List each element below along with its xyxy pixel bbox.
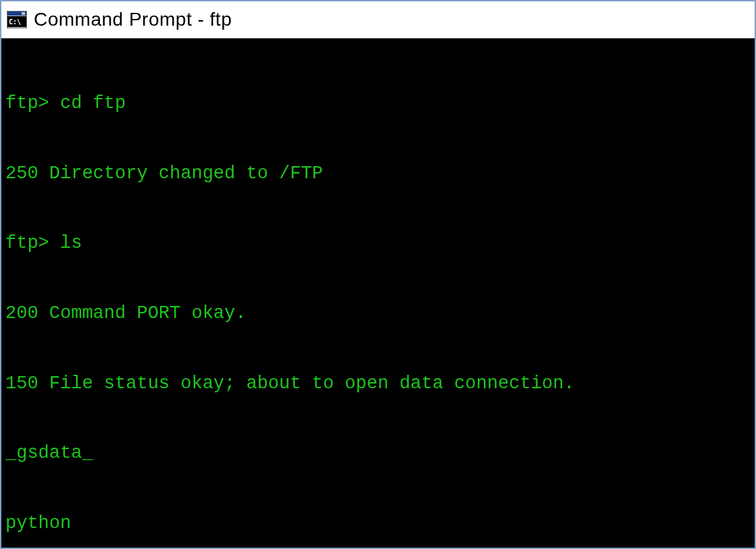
titlebar[interactable]: C:\ Command Prompt - ftp: [1, 1, 755, 38]
terminal-line: python: [5, 512, 751, 535]
cmd-icon: C:\: [7, 11, 27, 28]
svg-text:C:\: C:\: [9, 18, 21, 26]
terminal-line: ftp> cd ftp: [5, 92, 751, 115]
terminal-line: 250 Directory changed to /FTP: [5, 162, 751, 186]
command-prompt-window: C:\ Command Prompt - ftp ftp> cd ftp 250…: [0, 0, 756, 549]
terminal-line: 200 Command PORT okay.: [5, 302, 751, 325]
svg-rect-4: [22, 12, 25, 15]
terminal-line: ftp> ls: [5, 232, 751, 255]
terminal-line: 150 File status okay; about to open data…: [5, 372, 751, 396]
terminal-body[interactable]: ftp> cd ftp 250 Directory changed to /FT…: [1, 38, 755, 548]
terminal-line: _gsdata_: [5, 442, 751, 465]
window-title: Command Prompt - ftp: [34, 9, 232, 30]
